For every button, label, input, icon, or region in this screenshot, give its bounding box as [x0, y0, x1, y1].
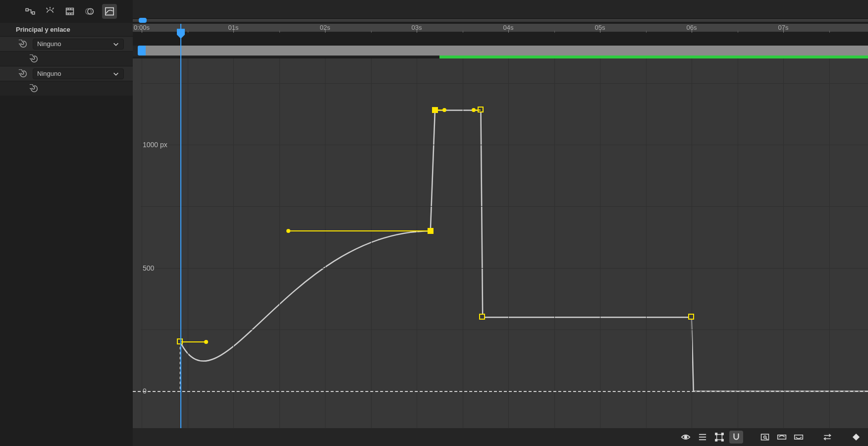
time-ruler[interactable] [133, 0, 868, 19]
bezier-handle[interactable] [286, 229, 290, 233]
gridline-vertical [325, 58, 326, 428]
bezier-handle-line[interactable] [180, 341, 206, 342]
playhead-handle[interactable] [176, 28, 186, 38]
svg-rect-14 [106, 8, 113, 15]
layer-panel-toolbar [0, 0, 133, 23]
zero-line [133, 391, 868, 392]
gridline-vertical [554, 58, 555, 428]
motion-blur-icon[interactable] [82, 4, 97, 19]
svg-rect-5 [66, 8, 74, 14]
time-tick-label: 01s [228, 24, 239, 31]
gridline-vertical [783, 58, 784, 428]
svg-rect-22 [722, 433, 724, 435]
time-tick-label: 07s [778, 24, 789, 31]
gridline-vertical [692, 58, 692, 428]
bezier-handle[interactable] [472, 108, 476, 112]
frame-blend-icon[interactable] [62, 4, 77, 19]
gridline-vertical [371, 58, 372, 428]
fit-graph-icon[interactable] [758, 431, 772, 444]
layer-row[interactable]: Ninguno [0, 36, 133, 51]
time-tick-label: 0:00s [134, 24, 150, 31]
visibility-icon[interactable] [679, 431, 693, 444]
gridline-horizontal [141, 206, 868, 207]
gridline-vertical [233, 58, 234, 428]
time-tick-label: 06s [687, 24, 697, 31]
gridline-horizontal [141, 268, 868, 269]
gridline-horizontal [141, 145, 868, 145]
chevron-down-icon [112, 70, 119, 77]
pickwhip-icon[interactable] [19, 69, 28, 78]
parent-dropdown[interactable]: Ninguno [33, 39, 124, 50]
parent-dropdown[interactable]: Ninguno [33, 68, 124, 79]
y-axis-label: 1000 px [143, 141, 167, 149]
gridline-vertical [188, 58, 188, 428]
chevron-down-icon [112, 41, 119, 48]
gridline-vertical [508, 58, 509, 428]
svg-point-16 [685, 436, 687, 439]
time-tick-label: 05s [595, 24, 605, 31]
gridline-vertical [417, 58, 417, 428]
svg-rect-1 [32, 12, 35, 14]
auto-zoom-h-icon[interactable] [775, 431, 789, 444]
layer-row-prop[interactable] [0, 81, 133, 96]
add-keyframe-icon[interactable] [849, 431, 863, 444]
graph-editor-bottom-toolbar [133, 428, 868, 446]
snap-icon[interactable] [729, 431, 743, 444]
parent-pick-icon[interactable] [23, 4, 38, 19]
svg-rect-21 [715, 433, 717, 435]
bezier-handle-line[interactable] [288, 230, 431, 231]
separate-dimensions-icon[interactable] [820, 431, 834, 444]
svg-rect-0 [26, 8, 28, 11]
svg-rect-25 [761, 434, 769, 440]
workarea-start-handle[interactable] [138, 46, 146, 56]
gridline-vertical [829, 58, 830, 428]
playhead[interactable] [180, 24, 181, 428]
parent-dropdown-value: Ninguno [37, 40, 61, 48]
svg-line-27 [766, 438, 767, 440]
gridline-vertical [600, 58, 600, 428]
graph-editor-toggle-icon[interactable] [102, 4, 117, 19]
gridline-horizontal [141, 330, 868, 330]
parent-dropdown-value: Ninguno [37, 70, 61, 77]
gridline-vertical [463, 58, 463, 428]
bezier-handle[interactable] [204, 340, 208, 344]
layer-panel: Principal y enlace Ninguno [0, 0, 133, 446]
gridline-vertical [142, 58, 142, 428]
svg-rect-23 [715, 440, 717, 442]
workarea-range[interactable] [142, 46, 868, 56]
svg-line-3 [47, 8, 48, 9]
scrub-thumb[interactable] [139, 18, 147, 23]
time-ruler-track[interactable] [133, 24, 868, 32]
y-axis-label: 0 [143, 387, 147, 395]
shy-icon[interactable] [43, 4, 57, 19]
y-axis-label: 500 [143, 264, 154, 272]
gridline-vertical [279, 58, 280, 428]
layer-row[interactable]: Ninguno [0, 66, 133, 81]
list-icon[interactable] [696, 431, 709, 444]
graph-editor-panel: 1000 px5000 [133, 0, 868, 446]
transform-box-icon[interactable] [712, 431, 726, 444]
auto-zoom-v-icon[interactable] [792, 431, 806, 444]
value-curve[interactable] [133, 58, 868, 428]
graph-canvas[interactable]: 1000 px5000 [133, 58, 868, 428]
keyframe[interactable] [688, 314, 694, 320]
time-tick-label: 04s [503, 24, 514, 31]
parent-link-header: Principal y enlace [0, 23, 133, 36]
gridline-horizontal [141, 83, 868, 84]
pickwhip-icon[interactable] [30, 84, 39, 93]
gridline-vertical [646, 58, 647, 428]
bezier-handle[interactable] [442, 108, 446, 112]
svg-line-4 [53, 8, 54, 9]
scrub-track[interactable] [133, 19, 868, 22]
keyframe[interactable] [479, 314, 485, 320]
pickwhip-icon[interactable] [30, 55, 39, 63]
pickwhip-icon[interactable] [19, 40, 28, 49]
layer-row-prop[interactable] [0, 51, 133, 66]
time-tick-label: 02s [320, 24, 330, 31]
gridline-vertical [738, 58, 738, 428]
svg-rect-24 [722, 440, 724, 442]
time-tick-label: 03s [412, 24, 422, 31]
